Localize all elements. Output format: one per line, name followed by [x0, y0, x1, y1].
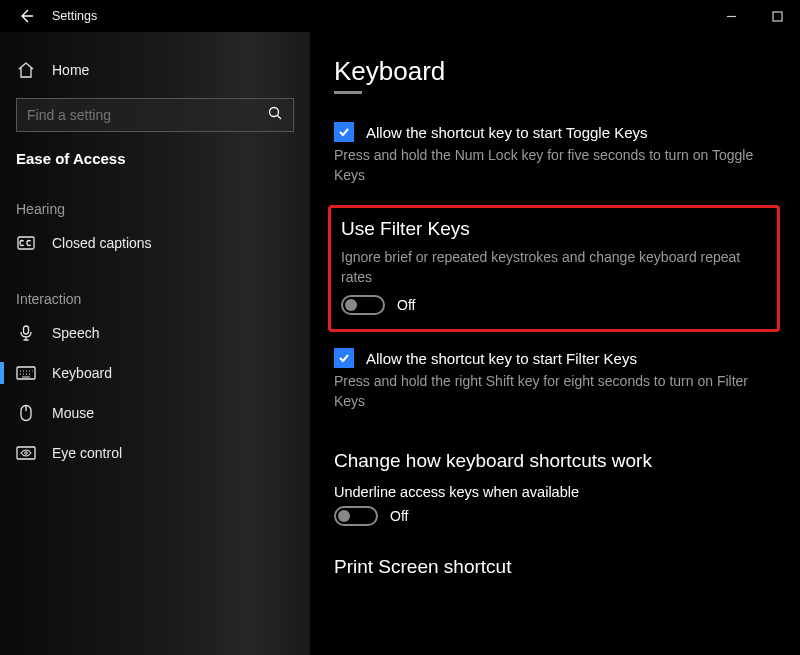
filter-keys-shortcut-desc: Press and hold the right Shift key for e…: [334, 372, 754, 411]
maximize-button[interactable]: [754, 0, 800, 32]
svg-rect-0: [773, 12, 782, 21]
nav-home-label: Home: [52, 62, 89, 78]
group-hearing: Hearing: [0, 173, 310, 223]
svg-point-1: [270, 108, 279, 117]
sidebar-item-eye-control[interactable]: Eye control: [0, 433, 310, 473]
maximize-icon: [772, 11, 783, 22]
underline-access-keys-toggle[interactable]: [334, 506, 378, 526]
filter-keys-shortcut-label: Allow the shortcut key to start Filter K…: [366, 350, 637, 367]
underline-access-keys-label: Underline access keys when available: [334, 484, 780, 500]
svg-rect-6: [17, 447, 35, 459]
eye-control-icon: [16, 443, 36, 463]
nav-home[interactable]: Home: [0, 50, 310, 90]
sidebar-item-label: Closed captions: [52, 235, 152, 251]
sidebar-section-label: Ease of Access: [0, 146, 310, 173]
search-box[interactable]: [16, 98, 294, 132]
highlight-box: Use Filter Keys Ignore brief or repeated…: [328, 205, 780, 332]
home-icon: [16, 60, 36, 80]
sidebar-item-keyboard[interactable]: Keyboard: [0, 353, 310, 393]
closed-captions-icon: [16, 233, 36, 253]
printscreen-heading: Print Screen shortcut: [334, 556, 780, 578]
window-title: Settings: [52, 9, 97, 23]
sidebar-item-label: Speech: [52, 325, 99, 341]
svg-rect-3: [24, 326, 29, 334]
sidebar-item-speech[interactable]: Speech: [0, 313, 310, 353]
underline-access-keys-state: Off: [390, 508, 408, 524]
toggle-keys-desc: Press and hold the Num Lock key for five…: [334, 146, 754, 185]
check-icon: [337, 351, 351, 365]
filter-keys-shortcut-checkbox[interactable]: [334, 348, 354, 368]
group-interaction: Interaction: [0, 263, 310, 313]
filter-keys-heading: Use Filter Keys: [341, 218, 763, 240]
toggle-keys-shortcut-checkbox[interactable]: [334, 122, 354, 142]
microphone-icon: [16, 323, 36, 343]
mouse-icon: [16, 403, 36, 423]
sidebar-item-label: Keyboard: [52, 365, 112, 381]
sidebar-item-closed-captions[interactable]: Closed captions: [0, 223, 310, 263]
search-input[interactable]: [27, 107, 267, 123]
sidebar-item-mouse[interactable]: Mouse: [0, 393, 310, 433]
minimize-icon: [726, 11, 737, 22]
search-icon: [267, 105, 283, 125]
filter-keys-toggle[interactable]: [341, 295, 385, 315]
keyboard-icon: [16, 363, 36, 383]
main-panel: Keyboard Allow the shortcut key to start…: [310, 32, 800, 655]
sidebar-item-label: Eye control: [52, 445, 122, 461]
check-icon: [337, 125, 351, 139]
filter-keys-toggle-state: Off: [397, 297, 415, 313]
back-button[interactable]: [14, 4, 38, 28]
arrow-left-icon: [18, 8, 34, 24]
svg-point-7: [25, 452, 27, 454]
toggle-keys-shortcut-label: Allow the shortcut key to start Toggle K…: [366, 124, 648, 141]
shortcuts-heading: Change how keyboard shortcuts work: [334, 450, 780, 472]
filter-keys-desc: Ignore brief or repeated keystrokes and …: [341, 248, 761, 287]
sidebar-item-label: Mouse: [52, 405, 94, 421]
sidebar: Home Ease of Access Hearing Closed capti…: [0, 32, 310, 655]
titlebar: Settings: [0, 0, 800, 32]
minimize-button[interactable]: [708, 0, 754, 32]
title-underline: [334, 91, 362, 94]
page-title: Keyboard: [334, 56, 780, 87]
